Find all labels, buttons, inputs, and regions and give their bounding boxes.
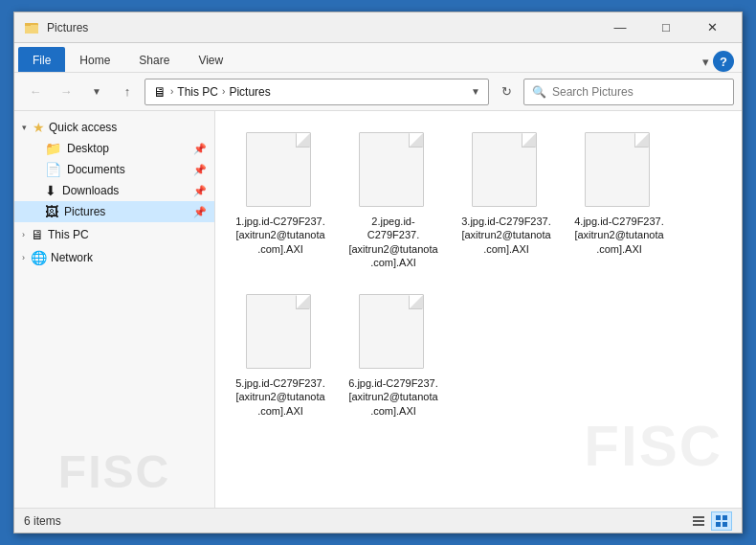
file-icon bbox=[359, 294, 428, 371]
file-icon bbox=[585, 132, 654, 209]
file-page bbox=[359, 294, 424, 369]
pin-icon: 📌 bbox=[193, 143, 207, 155]
chevron-right-icon: › bbox=[22, 230, 25, 239]
search-input[interactable] bbox=[552, 85, 725, 99]
tab-file[interactable]: File bbox=[18, 47, 65, 72]
window-icon bbox=[22, 18, 41, 37]
tab-view[interactable]: View bbox=[184, 47, 237, 72]
svg-rect-6 bbox=[716, 515, 721, 520]
close-button[interactable]: ✕ bbox=[690, 12, 734, 43]
sidebar-item-label: Pictures bbox=[64, 205, 105, 218]
sidebar-item-label: Downloads bbox=[62, 184, 119, 197]
file-name: 5.jpg.id-C279F237.[axitrun2@tutanota.com… bbox=[234, 376, 326, 418]
breadcrumb-this-pc[interactable]: This PC bbox=[177, 85, 218, 99]
folder-icon: 🖼 bbox=[45, 204, 58, 219]
svg-rect-1 bbox=[25, 25, 38, 34]
search-box[interactable]: 🔍 bbox=[523, 79, 734, 105]
folder-icon: 📁 bbox=[45, 141, 61, 156]
sidebar: ▾ ★ Quick access 📁 Desktop 📌 📄 Documents… bbox=[14, 111, 215, 508]
pin-icon: 📌 bbox=[193, 206, 207, 218]
file-grid: 1.jpg.id-C279F237.[axitrun2@tutanota.com… bbox=[225, 121, 732, 429]
back-button[interactable]: ← bbox=[22, 79, 49, 105]
breadcrumb-pictures[interactable]: Pictures bbox=[229, 85, 270, 99]
view-buttons bbox=[688, 511, 732, 531]
file-item[interactable]: 4.jpg.id-C279F237.[axitrun2@tutanota.com… bbox=[567, 125, 671, 277]
pin-icon: 📌 bbox=[193, 185, 207, 197]
pin-icon: 📌 bbox=[193, 164, 207, 176]
network-icon: 🌐 bbox=[31, 250, 47, 265]
sidebar-header-this-pc[interactable]: › 🖥 This PC bbox=[14, 224, 214, 245]
up-button[interactable]: ↑ bbox=[114, 79, 141, 105]
sidebar-item-downloads[interactable]: ⬇ Downloads 📌 bbox=[14, 180, 214, 201]
file-page bbox=[585, 132, 650, 207]
status-bar: 6 items bbox=[14, 508, 742, 533]
sidebar-section-network: › 🌐 Network bbox=[14, 247, 214, 268]
file-name: 3.jpg.id-C279F237.[axitrun2@tutanota.com… bbox=[460, 215, 552, 256]
file-item[interactable]: 1.jpg.id-C279F237.[axitrun2@tutanota.com… bbox=[229, 125, 332, 277]
sidebar-item-documents[interactable]: 📄 Documents 📌 bbox=[14, 159, 214, 180]
download-folder-icon: ⬇ bbox=[45, 183, 56, 198]
sidebar-header-network[interactable]: › 🌐 Network bbox=[14, 247, 214, 268]
file-name: 1.jpg.id-C279F237.[axitrun2@tutanota.com… bbox=[234, 215, 326, 256]
sidebar-section-this-pc: › 🖥 This PC bbox=[14, 224, 214, 245]
expand-icon[interactable]: ▾ bbox=[702, 55, 709, 69]
file-area: 1.jpg.id-C279F237.[axitrun2@tutanota.com… bbox=[215, 111, 742, 508]
window: Pictures — □ ✕ File Home Share View ▾ ? … bbox=[13, 11, 743, 534]
address-box[interactable]: 🖥 › This PC › Pictures ▼ bbox=[145, 79, 489, 105]
svg-rect-7 bbox=[723, 515, 727, 520]
file-item[interactable]: 6.jpg.id-C279F237.[axitrun2@tutanota.com… bbox=[342, 286, 445, 425]
network-label: Network bbox=[51, 251, 93, 264]
sidebar-section-quick-access: ▾ ★ Quick access 📁 Desktop 📌 📄 Documents… bbox=[14, 117, 214, 222]
dropdown-button[interactable]: ▼ bbox=[83, 79, 110, 105]
svg-rect-4 bbox=[693, 520, 704, 522]
computer-icon: 🖥 bbox=[31, 227, 44, 242]
refresh-button[interactable]: ↻ bbox=[493, 79, 520, 105]
tab-share[interactable]: Share bbox=[124, 47, 184, 72]
sidebar-item-desktop[interactable]: 📁 Desktop 📌 bbox=[14, 138, 214, 159]
file-name: 4.jpg.id-C279F237.[axitrun2@tutanota.com… bbox=[573, 215, 665, 256]
address-dropdown-icon[interactable]: ▼ bbox=[471, 86, 480, 97]
svg-rect-3 bbox=[693, 516, 704, 518]
sidebar-item-pictures[interactable]: 🖼 Pictures 📌 bbox=[14, 201, 214, 222]
sidebar-header-quick-access[interactable]: ▾ ★ Quick access bbox=[14, 117, 214, 138]
file-page bbox=[359, 132, 424, 207]
address-bar: ← → ▼ ↑ 🖥 › This PC › Pictures ▼ ↻ 🔍 bbox=[14, 73, 742, 111]
sidebar-item-label: Documents bbox=[67, 163, 125, 176]
minimize-button[interactable]: — bbox=[598, 12, 642, 43]
icon-view-button[interactable] bbox=[711, 511, 732, 531]
main-area: ▾ ★ Quick access 📁 Desktop 📌 📄 Documents… bbox=[14, 111, 742, 508]
chevron-right-icon: › bbox=[22, 253, 25, 262]
list-view-button[interactable] bbox=[688, 511, 709, 531]
ribbon-tabs: File Home Share View ▾ ? bbox=[14, 43, 742, 72]
svg-rect-5 bbox=[693, 524, 704, 526]
breadcrumb: 🖥 › This PC › Pictures bbox=[153, 84, 467, 100]
help-icon[interactable]: ? bbox=[713, 51, 734, 72]
file-page bbox=[246, 294, 311, 369]
this-pc-label: This PC bbox=[48, 228, 89, 241]
maximize-button[interactable]: □ bbox=[644, 12, 688, 43]
chevron-down-icon: ▾ bbox=[22, 123, 27, 132]
quick-access-label: Quick access bbox=[49, 121, 117, 134]
file-item[interactable]: 5.jpg.id-C279F237.[axitrun2@tutanota.com… bbox=[229, 286, 332, 425]
file-icon bbox=[246, 132, 315, 209]
svg-rect-2 bbox=[25, 23, 31, 26]
file-item[interactable]: 2.jpeg.id-C279F237.[axitrun2@tutanota.co… bbox=[342, 125, 445, 277]
star-icon: ★ bbox=[33, 120, 45, 135]
tab-home[interactable]: Home bbox=[65, 47, 124, 72]
forward-button[interactable]: → bbox=[53, 79, 79, 105]
sidebar-watermark: FISC bbox=[58, 445, 170, 498]
file-page bbox=[472, 132, 537, 207]
file-icon bbox=[359, 132, 428, 209]
file-page bbox=[246, 132, 311, 207]
svg-rect-9 bbox=[723, 522, 727, 527]
window-title: Pictures bbox=[47, 21, 598, 34]
search-icon: 🔍 bbox=[532, 85, 546, 99]
file-icon bbox=[472, 132, 541, 209]
file-item[interactable]: 3.jpg.id-C279F237.[axitrun2@tutanota.com… bbox=[455, 125, 558, 277]
file-name: 6.jpg.id-C279F237.[axitrun2@tutanota.com… bbox=[347, 376, 439, 418]
folder-icon: 📄 bbox=[45, 162, 61, 177]
svg-rect-8 bbox=[716, 522, 721, 527]
breadcrumb-icon: 🖥 bbox=[153, 84, 167, 100]
title-bar: Pictures — □ ✕ bbox=[14, 12, 742, 43]
status-text: 6 items bbox=[24, 514, 688, 528]
